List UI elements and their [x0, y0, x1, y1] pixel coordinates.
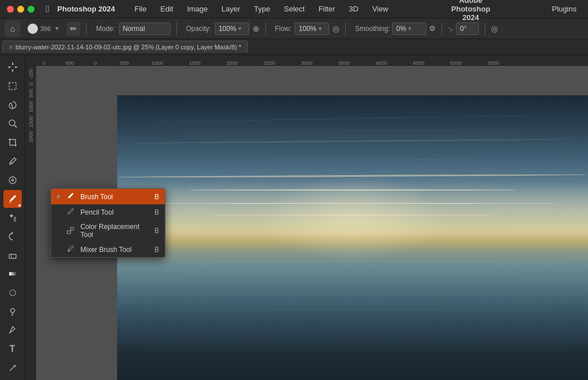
blur-tool[interactable] [3, 284, 22, 301]
ruler-tick: 0 [42, 60, 45, 66]
menu-edit[interactable]: Edit [154, 3, 179, 14]
opacity-dropdown-icon: ▼ [237, 26, 242, 32]
quick-select-tool[interactable] [3, 115, 22, 133]
water-ripple [164, 128, 541, 132]
ruler-tick: 3000 [301, 60, 312, 66]
water-ripple [155, 154, 555, 162]
mode-select[interactable]: Normal Dissolve Multiply Screen [119, 22, 171, 35]
crop-tool[interactable] [3, 134, 22, 152]
menu-select[interactable]: Select [278, 3, 310, 14]
menu-layer[interactable]: Layer [216, 3, 246, 14]
airbrush-icon[interactable]: ◎ [332, 24, 339, 33]
brush-tool-indicator [18, 204, 21, 207]
pen-tool[interactable] [3, 321, 22, 339]
ruler-vertical: -100 0 500 1000 1500 2000 [25, 67, 37, 380]
ruler-tick: 2500 [264, 60, 275, 66]
ruler-tick: 1000 [152, 60, 163, 66]
color-replacement-tool-icon [65, 226, 76, 236]
menu-file[interactable]: File [129, 3, 152, 14]
svg-point-10 [10, 290, 16, 296]
svg-rect-9 [9, 272, 16, 276]
brush-size-value: 396 [40, 25, 51, 32]
brush-tool-dot [57, 195, 60, 198]
svg-rect-4 [9, 83, 16, 90]
menubar:  Photoshop 2024 File Edit Image Layer T… [0, 0, 588, 18]
type-tool[interactable]: T [3, 340, 22, 358]
pencil-tool-icon [65, 207, 76, 217]
svg-marker-2 [9, 66, 10, 68]
smoothing-value[interactable]: 0% ▼ [392, 22, 427, 35]
minimize-button[interactable] [17, 6, 24, 13]
divider-2 [176, 22, 177, 35]
ruler-tick: 4000 [376, 60, 387, 66]
water-ripple [131, 261, 574, 261]
canvas-wrapper[interactable]: 0 500 0 500 1000 1500 2000 2500 3000 350… [25, 55, 588, 380]
history-brush-tool[interactable] [3, 227, 22, 245]
context-menu-mixer-brush-tool[interactable]: Mixer Brush Tool B [51, 242, 165, 257]
maximize-button[interactable] [28, 6, 34, 13]
color-replacement-tool-label: Color Replacement Tool [80, 223, 150, 239]
context-menu-brush-tool[interactable]: Brush Tool B [51, 189, 165, 204]
path-select-tool[interactable] [3, 359, 22, 377]
angle-icon: ⟂ [446, 24, 455, 33]
context-menu-color-replacement-tool[interactable]: Color Replacement Tool B [51, 220, 165, 242]
ruler-tick: 3500 [338, 60, 350, 66]
menu-view[interactable]: View [366, 3, 394, 14]
left-toolbar: T [0, 55, 25, 380]
ruler-tick: 0 [94, 60, 97, 66]
menu-image[interactable]: Image [181, 3, 214, 14]
move-tool[interactable] [3, 59, 22, 76]
healing-tool[interactable] [3, 171, 22, 189]
tab-close-icon[interactable]: ✕ [9, 44, 13, 51]
opacity-label: Opacity: [186, 25, 211, 33]
divider-1 [86, 22, 87, 35]
pressure-opacity-icon[interactable]: ⊕ [253, 24, 260, 33]
marquee-tool[interactable] [3, 77, 22, 95]
mode-label: Mode: [96, 25, 115, 33]
ruler-tick-v: -100 [28, 69, 34, 79]
menu-filter[interactable]: Filter [313, 3, 341, 14]
ruler-tick: 5000 [450, 60, 462, 66]
apple-icon[interactable]:  [46, 4, 49, 14]
water-ripple [141, 346, 564, 347]
mixer-brush-tool-label: Mixer Brush Tool [80, 246, 150, 254]
eyedropper-tool[interactable] [3, 153, 22, 170]
symmetry-icon[interactable]: ◎ [491, 24, 498, 33]
brush-circle [28, 24, 38, 34]
svg-point-5 [9, 120, 15, 126]
svg-point-11 [10, 309, 14, 313]
tab-bar: ✕ blurry-water-2022-11-14-10-09-02-utc.j… [0, 39, 588, 55]
opacity-value[interactable]: 100% ▼ [215, 22, 249, 35]
ruler-tick: 5500 [488, 60, 499, 66]
ruler-tick: 500 [65, 60, 74, 66]
close-button[interactable] [7, 6, 14, 13]
menu-type[interactable]: Type [248, 3, 276, 14]
divider-3 [265, 22, 266, 35]
app-name: Photoshop 2024 [57, 5, 115, 13]
mixer-brush-tool-shortcut: B [154, 246, 159, 254]
brush-tool-label: Brush Tool [80, 193, 150, 201]
brush-preview[interactable]: 396 ▼ [24, 22, 63, 35]
menu-plugins[interactable]: Plugins [547, 3, 581, 14]
eraser-tool[interactable] [3, 246, 22, 264]
context-menu-pencil-tool[interactable]: Pencil Tool B [51, 204, 165, 220]
brush-tool[interactable] [3, 190, 22, 208]
document-tab[interactable]: ✕ blurry-water-2022-11-14-10-09-02-utc.j… [2, 41, 247, 53]
angle-value[interactable]: 0° [456, 22, 479, 35]
brush-tool-icon [65, 192, 76, 201]
flow-dropdown-icon: ▼ [318, 26, 323, 32]
smoothing-settings-icon[interactable]: ⚙ [429, 24, 436, 33]
svg-marker-3 [15, 66, 17, 68]
menu-3d[interactable]: 3D [343, 3, 365, 14]
flow-value[interactable]: 100% ▼ [295, 22, 329, 35]
traffic-lights [7, 6, 34, 13]
brush-settings-button[interactable]: ✏ [67, 22, 80, 36]
water-ripple [173, 274, 531, 276]
ruler-tick-v: 2000 [28, 131, 34, 142]
type-tool-label: T [10, 344, 16, 354]
dodge-tool[interactable] [3, 303, 22, 320]
clone-stamp-tool[interactable] [3, 209, 22, 227]
gradient-tool[interactable] [3, 265, 22, 283]
lasso-tool[interactable] [3, 96, 22, 114]
home-button[interactable]: ⌂ [5, 21, 21, 37]
